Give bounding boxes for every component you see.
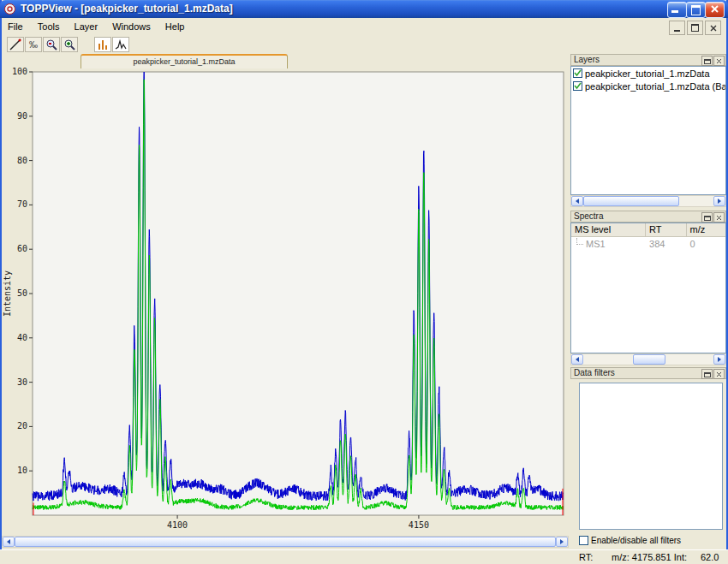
arrow-right-icon [718,199,724,204]
x-tick-label: 4150 [409,520,429,530]
scroll-left-button[interactable] [571,354,583,365]
scroll-thumb[interactable] [633,354,665,365]
float-panel-icon [704,215,711,221]
permille-icon[interactable]: ‰ [25,37,42,52]
y-tick-label: 20 [17,421,27,430]
toolbar: ‰ [2,36,726,53]
cell-rt: 384 [646,239,686,249]
title-bar[interactable]: TOPPView - [peakpicker_tutorial_1.mzData… [0,0,728,18]
close-panel-button[interactable] [713,212,725,223]
float-panel-button[interactable] [701,212,713,223]
mdi-minimize-icon [674,30,680,32]
status-bar: RT: m/z: 4175.851 Int: 62.0 [0,549,728,564]
mdi-restore-icon [691,24,699,32]
maximize-button[interactable] [686,2,706,18]
arrow-left-icon [4,539,10,544]
status-mz-int-label: m/z: 4175.851 Int: [612,552,687,562]
layers-list: peakpicker_tutorial_1.mzData peakpicker_… [570,66,726,195]
maximize-icon [691,5,701,15]
menu-layer[interactable]: Layer [69,18,104,36]
mdi-restore-button[interactable] [687,21,703,35]
close-button[interactable] [705,2,725,18]
zoom-magnifier-plus-icon[interactable] [61,37,78,52]
spectra-panel-buttons [701,212,725,223]
scroll-track[interactable] [583,196,713,206]
app-icon [3,3,16,15]
close-panel-button[interactable] [713,56,725,66]
layer-item[interactable]: peakpicker_tutorial_1.mzData [571,67,725,80]
minimize-button[interactable] [667,2,687,18]
close-panel-icon [716,371,722,377]
y-tick-label: 60 [17,244,27,253]
mdi-minimize-button[interactable] [669,21,685,35]
spectrum-row[interactable]: MS1 384 0 [571,237,725,250]
scroll-track[interactable] [583,354,713,365]
y-tick-label: 90 [17,111,27,121]
y-tick-label: 10 [17,466,27,475]
arrow-left-icon [573,199,579,204]
layer-item[interactable]: peakpicker_tutorial_1.mzData (Bas [571,80,725,92]
float-panel-icon [704,58,711,64]
column-header-mz[interactable]: m/z [687,223,726,237]
y-tick-label: 100 [12,67,27,76]
filters-panel-buttons [701,369,725,379]
enable-filters-label: Enable/disable all filters [591,536,681,545]
check-icon [574,82,582,90]
scroll-thumb[interactable] [15,537,556,547]
mdi-close-button[interactable] [705,21,721,35]
diagonal-line-icon[interactable] [7,37,24,52]
spectra-panel-header[interactable]: Spectra [570,211,726,223]
column-header-ms-level[interactable]: MS level [571,223,646,237]
menu-help[interactable]: Help [159,18,191,36]
scroll-thumb[interactable] [583,196,679,206]
stick-plot-icon[interactable] [94,37,111,52]
mdi-close-icon [710,25,717,32]
plot-horizontal-scrollbar[interactable] [2,536,569,548]
profile-plot-icon[interactable] [112,37,129,52]
filters-panel-header[interactable]: Data filters [570,367,726,379]
menu-file[interactable]: File [2,18,29,36]
menu-windows[interactable]: Windows [106,18,157,36]
column-header-rt[interactable]: RT [646,223,686,237]
layer-label: peakpicker_tutorial_1.mzData [585,68,710,79]
close-panel-button[interactable] [713,369,725,379]
scroll-right-button[interactable] [713,196,725,206]
spectra-table-header: MS level RT m/z [571,223,725,237]
y-axis-label: Intensity [3,270,12,317]
cell-mz: 0 [687,239,726,249]
spectrum-view: peakpicker_tutorial_1.mzData 10203040506… [2,53,569,549]
mdi-controls [669,21,721,35]
scroll-track[interactable] [15,537,556,547]
float-panel-button[interactable] [701,56,713,66]
spectra-table: MS level RT m/z MS1 384 0 [570,223,726,353]
arrow-right-icon [560,539,566,544]
check-icon [574,69,582,77]
tree-branch-icon [576,238,583,245]
layer-label: peakpicker_tutorial_1.mzData (Bas [585,81,725,92]
arrow-right-icon [718,357,724,362]
menu-tools[interactable]: Tools [32,18,66,36]
spectra-panel-title: Spectra [574,211,603,221]
scroll-left-button[interactable] [3,537,15,547]
layers-scrollbar[interactable] [570,195,726,207]
app-window: TOPPView - [peakpicker_tutorial_1.mzData… [0,0,728,564]
spectrum-plot[interactable]: 10203040506070809010041004150m/zIntensit… [2,67,569,534]
scroll-right-button[interactable] [556,537,568,547]
layer-checkbox[interactable] [573,68,582,78]
enable-filters-checkbox[interactable] [579,536,588,545]
layers-panel-header[interactable]: Layers [570,54,726,66]
layer-checkbox[interactable] [573,81,582,91]
filters-list [579,383,723,530]
plot-canvas[interactable] [33,72,564,515]
float-panel-icon [704,371,711,377]
float-panel-button[interactable] [701,369,713,379]
y-tick-label: 40 [17,333,27,342]
filters-panel-title: Data filters [574,368,615,377]
layers-panel-title: Layers [574,55,600,64]
scroll-right-button[interactable] [713,354,725,365]
scroll-left-button[interactable] [571,196,583,206]
minimize-icon [671,10,678,13]
zoom-magnifier-icon[interactable] [43,37,60,52]
y-tick-label: 70 [17,199,27,209]
spectra-scrollbar[interactable] [570,353,726,365]
